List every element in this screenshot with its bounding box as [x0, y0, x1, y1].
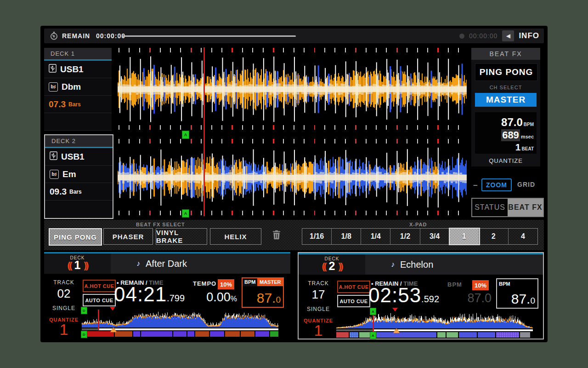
fx-msec-value[interactable]: 689 — [501, 129, 520, 141]
xpad-3-4[interactable]: 3/4 — [420, 229, 450, 244]
stopwatch-icon — [50, 32, 58, 42]
deck2-body: TRACK 17 SINGLE QUANTIZE 1 A.HOT CUE AUT… — [299, 275, 543, 339]
deck1-track-number: 02 — [45, 287, 83, 301]
deck1-source-label: USB1 — [60, 64, 84, 75]
deck1-key-row[interactable]: b♯ Dbm — [44, 78, 112, 96]
deck2-memory-cue-triangle — [393, 328, 400, 333]
trash-icon[interactable] — [272, 230, 281, 242]
fx-bpm-row: 87.0 BPM — [501, 116, 534, 129]
deck1-mini-playhead — [98, 310, 99, 330]
fx-channel-button[interactable]: MASTER — [475, 93, 537, 107]
deck2-key-value: Em — [62, 169, 76, 179]
record-time: 00:00:00 — [469, 32, 498, 40]
deck2-overview-waveform[interactable] — [336, 312, 533, 328]
deck1-track-title: After Dark — [146, 259, 187, 269]
deck1-cue-chip-bottom[interactable]: D — [81, 331, 87, 338]
phrase-segment — [225, 331, 240, 337]
phrase-segment — [241, 331, 254, 337]
deck1-number: 1 — [74, 259, 81, 271]
grid-button[interactable]: GRID — [517, 181, 535, 188]
music-note-icon: ♪ — [136, 259, 140, 268]
beat-fx-name[interactable]: PING PONG — [475, 63, 537, 81]
deck1-source-row[interactable]: USB1 — [44, 61, 112, 78]
deck2-bpm-value: 87.0 — [511, 291, 535, 307]
deck2-bars-row: 09.3 Bars — [45, 183, 113, 201]
fx-strip: BEAT FX SELECT X-PAD PING PONG PHASER VI… — [44, 220, 544, 250]
fx-button-ping-pong[interactable]: PING PONG — [49, 228, 102, 246]
phrase-segment — [478, 332, 495, 338]
info-label[interactable]: INFO — [519, 31, 539, 40]
fx-button-helix[interactable]: HELIX — [210, 228, 261, 245]
deck2-hotcue-a-marker-top[interactable]: A — [182, 131, 189, 139]
deck1-status-panel: DECK (( 1 )) ♪ After Dark TRACK 02 SINGL… — [44, 252, 290, 339]
xpad-2[interactable]: 2 — [479, 229, 509, 244]
deck1-bars-row: 07.3 Bars — [44, 96, 112, 113]
deck1-bars-unit: Bars — [68, 101, 81, 108]
tab-beat-fx[interactable]: BEAT FX — [508, 199, 543, 216]
bpm-label: BPM — [497, 280, 512, 287]
deck2-waveform[interactable] — [118, 144, 467, 211]
deck2-hotcue-a-marker-bottom[interactable]: A — [182, 209, 189, 218]
deck2-key-row[interactable]: b♯ Em — [45, 166, 113, 183]
deck2-auto-cue-button[interactable]: AUTO CUE — [337, 295, 370, 307]
phrase-segment — [520, 332, 530, 338]
zoom-button[interactable]: ZOOM — [481, 178, 512, 191]
deck1-overview-waveform[interactable] — [82, 311, 278, 328]
fx-quantize-label[interactable]: QUANTIZE — [471, 157, 540, 164]
deck1-tempo-range-badge[interactable]: 10% — [218, 279, 234, 289]
xpad-1-16[interactable]: 1/16 — [302, 229, 332, 244]
topbar-right-group: 00:00:00 ◀ INFO — [459, 29, 539, 43]
zoom-minus-icon[interactable]: − — [473, 181, 478, 190]
deck2-source-label: USB1 — [61, 152, 85, 162]
xpad-4[interactable]: 4 — [509, 229, 537, 244]
deck1-beatgrid-bottom — [119, 125, 467, 130]
fx-bpm-unit: BPM — [524, 122, 534, 127]
fx-msec-row: 689 msec — [501, 129, 534, 141]
xpad-1-2[interactable]: 1/2 — [390, 229, 420, 244]
bpm-chip: BPM — [243, 278, 257, 286]
phrase-segment — [437, 332, 446, 338]
fx-button-phaser[interactable]: PHASER — [103, 228, 153, 245]
deck1-time-display: 04:21.799 — [114, 283, 185, 306]
deck1-bpm-box: BPM MASTER 87.0 — [242, 277, 284, 308]
fx-beat-value: 1 — [515, 142, 521, 153]
fx-values-box: 87.0 BPM 689 msec 1 BEAT — [475, 112, 537, 154]
xpad-1-8[interactable]: 1/8 — [332, 229, 361, 244]
deck2-source-row[interactable]: USB1 — [45, 148, 113, 166]
xpad-1-4[interactable]: 1/4 — [361, 229, 390, 244]
beat-fx-select-label: BEAT FX SELECT — [136, 222, 185, 227]
phrase-segment — [350, 332, 358, 338]
deck2-quantize-value: 1 — [300, 323, 337, 337]
deck2-cue-chip-bottom[interactable]: A — [370, 332, 376, 339]
key-icon: b♯ — [50, 170, 59, 179]
deck2-tempo-range-badge[interactable]: 10% — [472, 280, 489, 290]
deck1-waveform[interactable] — [118, 53, 467, 125]
phrase-segment — [359, 332, 371, 338]
fx-button-vinyl-brake[interactable]: VINYL BRAKE — [156, 228, 207, 245]
deck2-cue-chip-top[interactable]: A — [370, 308, 376, 315]
deck2-bars-value: 09.3 — [50, 187, 67, 197]
record-dot-icon — [459, 34, 464, 39]
info-back-button[interactable]: ◀ — [502, 30, 514, 41]
deck2-paren-left: (( — [322, 261, 326, 271]
phrase-segment — [496, 332, 519, 338]
ch-select-label: CH SELECT — [471, 85, 540, 90]
phrase-segment — [195, 331, 209, 337]
tab-status[interactable]: STATUS — [472, 199, 508, 216]
deck1-quantize-value: 1 — [45, 322, 83, 336]
deck2-beatgrid-bottom — [119, 211, 467, 215]
deck2-phrase-bar[interactable] — [336, 332, 533, 338]
phrase-segment — [141, 331, 172, 337]
phrase-segment — [115, 331, 132, 337]
deck1-cue-chip-top[interactable]: D — [81, 307, 87, 314]
deck2-progress-bar[interactable] — [336, 329, 533, 331]
panel-tabs: STATUS BEAT FX — [471, 198, 544, 217]
xpad-1[interactable]: 1 — [450, 229, 479, 244]
deck1-badge: DECK (( 1 )) — [44, 253, 111, 274]
track-position-bar[interactable] — [122, 35, 296, 37]
deck1-auto-cue-button[interactable]: AUTO CUE — [83, 294, 116, 306]
deck2-hot-cue-button[interactable]: A.HOT CUE — [337, 281, 370, 293]
phrase-segment — [133, 331, 140, 337]
deck2-beatgrid-top — [119, 139, 467, 144]
deck1-hot-cue-button[interactable]: A.HOT CUE — [83, 280, 116, 292]
